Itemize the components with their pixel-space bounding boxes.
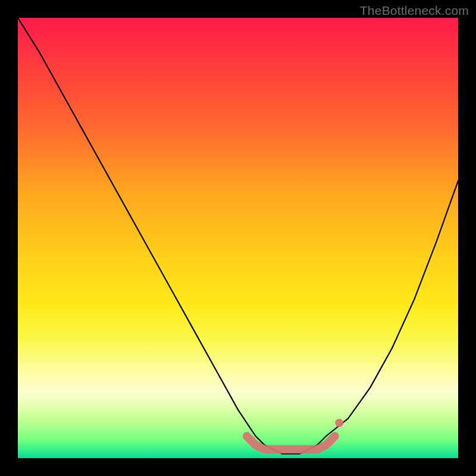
bottleneck-curve [18,18,458,454]
highlight-dot [335,419,343,427]
curve-path [18,18,458,454]
chart-overlay [18,18,458,458]
chart-frame: TheBottleneck.com [0,0,476,476]
highlight-path [247,436,335,449]
watermark-text: TheBottleneck.com [360,4,469,18]
